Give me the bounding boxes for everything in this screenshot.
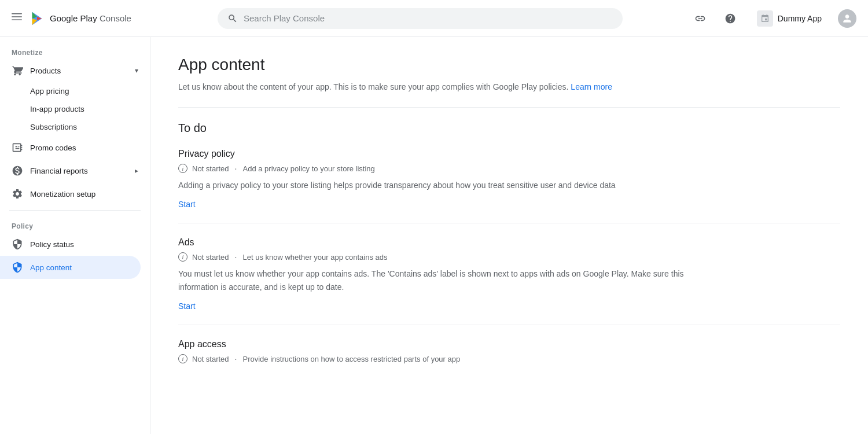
todo-heading: To do: [178, 122, 840, 135]
app-access-status: Not started: [192, 355, 229, 363]
in-app-products-label: In-app products: [30, 105, 84, 113]
products-chevron: ▾: [135, 67, 138, 75]
sidebar: Monetize Products ▾ App pricing In-app p…: [0, 37, 150, 434]
promo-codes-label: Promo codes: [30, 144, 76, 152]
user-avatar[interactable]: [838, 9, 856, 28]
svg-rect-0: [12, 13, 22, 14]
logo-text: Google Play Console: [50, 13, 131, 23]
privacy-policy-status-detail: Add a privacy policy to your store listi…: [242, 164, 374, 173]
app-access-status-row: i Not started · Provide instructions on …: [178, 354, 840, 363]
svg-rect-2: [12, 20, 22, 21]
sidebar-item-policy-status[interactable]: Policy status: [0, 233, 150, 256]
sidebar-item-app-pricing[interactable]: App pricing: [0, 82, 150, 100]
page-subtitle: Let us know about the content of your ap…: [178, 81, 840, 93]
ads-status-row: i Not started · Let us know whether your…: [178, 252, 840, 262]
privacy-policy-card: Privacy policy i Not started · Add a pri…: [178, 149, 840, 209]
divider-3: [178, 325, 840, 325]
app-content-label: App content: [30, 263, 72, 272]
privacy-policy-info-icon: i: [178, 164, 187, 173]
app-icon: [757, 10, 773, 27]
top-header: Google Play Console Dummy App: [0, 0, 868, 37]
sidebar-item-app-content[interactable]: App content: [0, 256, 141, 279]
search-icon: [227, 13, 238, 24]
divider-2: [178, 223, 840, 223]
monetization-setup-icon: [12, 188, 23, 200]
page-title: App content: [178, 56, 840, 74]
sidebar-item-monetization-setup[interactable]: Monetization setup: [0, 182, 150, 205]
sidebar-item-financial-reports[interactable]: Financial reports ▸: [0, 159, 150, 182]
subscriptions-label: Subscriptions: [30, 123, 77, 131]
app-access-card: App access i Not started · Provide instr…: [178, 339, 840, 363]
promo-codes-icon: [12, 142, 23, 153]
body: Monetize Products ▾ App pricing In-app p…: [0, 37, 868, 434]
main-content: App content Let us know about the conten…: [150, 37, 868, 434]
privacy-policy-status: Not started: [192, 164, 229, 173]
products-label: Products: [30, 67, 61, 75]
ads-card: Ads i Not started · Let us know whether …: [178, 237, 840, 311]
learn-more-link[interactable]: Learn more: [571, 82, 612, 91]
ads-title: Ads: [178, 237, 840, 248]
privacy-policy-start-link[interactable]: Start: [178, 200, 196, 209]
sidebar-item-subscriptions[interactable]: Subscriptions: [0, 118, 150, 136]
financial-reports-chevron: ▸: [135, 167, 138, 175]
app-selector[interactable]: Dummy App: [750, 7, 829, 30]
sidebar-item-promo-codes[interactable]: Promo codes: [0, 136, 150, 159]
ads-status-detail: Let us know whether your app contains ad…: [242, 253, 387, 262]
app-access-status-detail: Provide instructions on how to access re…: [242, 355, 460, 363]
privacy-policy-title: Privacy policy: [178, 149, 840, 159]
app-access-dot: ·: [235, 354, 237, 363]
sidebar-item-in-app-products[interactable]: In-app products: [0, 100, 150, 118]
app-content-icon: [12, 262, 23, 273]
ads-start-link[interactable]: Start: [178, 301, 196, 311]
search-bar[interactable]: [218, 8, 623, 29]
products-icon: [12, 65, 23, 76]
logo[interactable]: Google Play Console: [29, 10, 131, 27]
monetization-setup-label: Monetization setup: [30, 190, 95, 198]
financial-reports-icon: [12, 165, 23, 176]
policy-section-label: Policy: [0, 215, 150, 233]
sidebar-divider: [9, 210, 141, 211]
header-right: Dummy App: [690, 7, 856, 30]
privacy-policy-status-row: i Not started · Add a privacy policy to …: [178, 164, 840, 173]
help-icon-button[interactable]: [720, 8, 741, 29]
divider-1: [178, 107, 840, 108]
ads-dot: ·: [235, 252, 237, 262]
financial-reports-label: Financial reports: [30, 167, 88, 175]
header-left: Google Play Console: [12, 10, 208, 27]
privacy-policy-dot: ·: [235, 164, 237, 173]
app-access-title: App access: [178, 339, 840, 350]
sidebar-item-products[interactable]: Products ▾: [0, 59, 150, 82]
monetize-section-label: Monetize: [0, 42, 150, 59]
link-icon-button[interactable]: [690, 8, 711, 29]
ads-status: Not started: [192, 253, 229, 262]
ads-description: You must let us know whether your app co…: [178, 267, 699, 293]
app-pricing-label: App pricing: [30, 87, 69, 95]
svg-rect-1: [12, 16, 22, 17]
search-input[interactable]: [244, 13, 613, 23]
menu-icon[interactable]: [12, 12, 22, 25]
ads-info-icon: i: [178, 252, 187, 262]
app-name: Dummy App: [778, 14, 822, 23]
policy-status-icon: [12, 238, 23, 250]
privacy-policy-description: Adding a privacy policy to your store li…: [178, 179, 699, 192]
policy-status-label: Policy status: [30, 240, 74, 249]
app-access-info-icon: i: [178, 354, 187, 363]
